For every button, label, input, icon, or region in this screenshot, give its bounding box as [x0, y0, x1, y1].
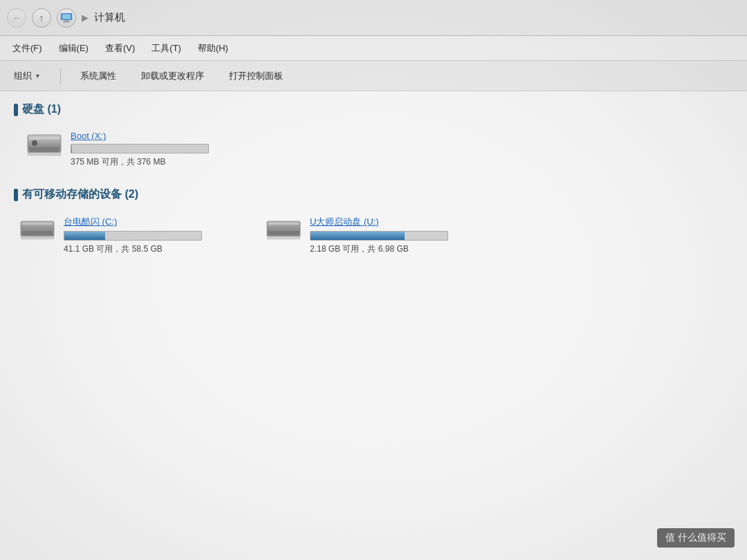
menu-help[interactable]: 帮助(H)	[191, 39, 235, 57]
drive-boot-icon	[26, 131, 62, 158]
svg-rect-2	[64, 20, 68, 21]
svg-rect-9	[28, 153, 61, 156]
hard-drives-list: Boot (X:) 375 MB 可用，共 376 MB	[14, 125, 733, 174]
drive-taidiankushan-progress-container	[64, 231, 202, 241]
drive-taidiankushan-info: 台电酷闪 (C:) 41.1 GB 可用，共 58.5 GB	[64, 216, 243, 255]
toolbar-divider-1	[60, 68, 61, 84]
drive-udashi-icon	[266, 216, 302, 243]
toolbar: 组织 系统属性 卸载或更改程序 打开控制面板	[0, 61, 747, 91]
drive-udashi-name[interactable]: U大师启动盘 (U:)	[310, 216, 490, 228]
drive-taidiankushan-icon	[19, 216, 55, 243]
drive-taidiankushan[interactable]: 台电酷闪 (C:) 41.1 GB 可用，共 58.5 GB	[14, 210, 249, 261]
drive-boot-size: 375 MB 可用，共 376 MB	[71, 156, 250, 168]
path-separator: ▶	[82, 12, 89, 23]
watermark-text: 值 什么值得买	[665, 532, 726, 543]
drive-boot-progress-fill	[71, 144, 72, 153]
menu-view[interactable]: 查看(V)	[98, 39, 142, 57]
removable-title: 有可移动存储的设备 (2)	[22, 187, 138, 202]
menu-tools[interactable]: 工具(T)	[145, 39, 188, 57]
menu-bar: 文件(F) 编辑(E) 查看(V) 工具(T) 帮助(H)	[0, 36, 747, 61]
svg-rect-5	[29, 137, 59, 140]
drive-udashi-progress-container	[310, 231, 448, 241]
svg-rect-17	[267, 236, 300, 239]
window: ← ↑ ▶ 计算机 文件(F) 编辑(E) 查看(V) 工具(T) 帮助(H) …	[0, 0, 747, 560]
svg-rect-11	[22, 223, 53, 225]
svg-rect-16	[268, 231, 299, 235]
toolbar-system-props[interactable]: 系统属性	[75, 67, 122, 85]
svg-rect-1	[62, 14, 71, 19]
drive-boot-name[interactable]: Boot (X:)	[71, 131, 250, 141]
back-button[interactable]: ←	[7, 8, 26, 28]
drive-boot-info: Boot (X:) 375 MB 可用，共 376 MB	[71, 131, 250, 168]
watermark: 值 什么值得买	[657, 528, 735, 548]
drive-boot-progress-container	[71, 144, 209, 153]
svg-rect-13	[21, 236, 54, 239]
hard-drives-title: 硬盘 (1)	[22, 102, 61, 117]
drive-udashi-progress-fill	[311, 232, 405, 240]
drive-udashi-size: 2.18 GB 可用，共 6.98 GB	[310, 243, 490, 255]
svg-rect-6	[29, 147, 59, 152]
drive-udashi[interactable]: U大师启动盘 (U:) 2.18 GB 可用，共 6.98 GB	[260, 210, 495, 261]
removable-drives-list: 台电酷闪 (C:) 41.1 GB 可用，共 58.5 GB	[14, 210, 733, 261]
up-button[interactable]: ↑	[32, 8, 51, 28]
svg-rect-3	[63, 21, 70, 23]
removable-header: 有可移动存储的设备 (2)	[14, 187, 733, 202]
menu-edit[interactable]: 编辑(E)	[52, 39, 95, 57]
address-path-text: 计算机	[94, 11, 125, 24]
toolbar-organize[interactable]: 组织	[8, 67, 46, 85]
svg-rect-15	[268, 223, 299, 225]
drive-udashi-info: U大师启动盘 (U:) 2.18 GB 可用，共 6.98 GB	[310, 216, 490, 255]
svg-rect-7	[32, 140, 37, 146]
drive-boot[interactable]: Boot (X:) 375 MB 可用，共 376 MB	[21, 125, 256, 174]
drive-taidiankushan-progress-fill	[64, 232, 105, 240]
hard-drives-header: 硬盘 (1)	[14, 102, 733, 117]
computer-icon-btn	[57, 8, 76, 28]
toolbar-control-panel[interactable]: 打开控制面板	[223, 67, 288, 85]
menu-file[interactable]: 文件(F)	[6, 39, 49, 57]
svg-rect-12	[22, 231, 53, 235]
toolbar-uninstall[interactable]: 卸载或更改程序	[136, 67, 210, 85]
drive-taidiankushan-name[interactable]: 台电酷闪 (C:)	[64, 216, 243, 228]
drive-taidiankushan-size: 41.1 GB 可用，共 58.5 GB	[64, 243, 243, 255]
address-bar: ← ↑ ▶ 计算机	[0, 0, 747, 36]
main-content: 硬盘 (1)	[0, 91, 747, 560]
